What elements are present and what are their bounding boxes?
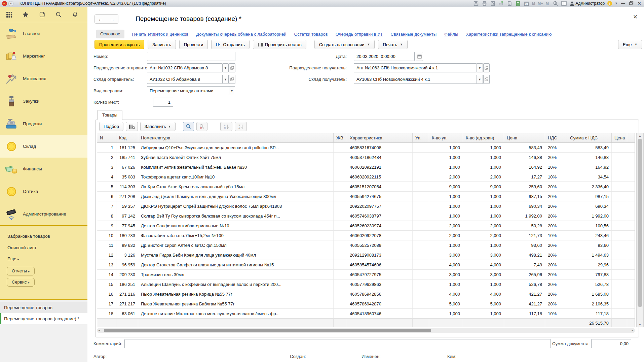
- column-header-4[interactable]: Характеристика: [347, 133, 413, 142]
- table-cell[interactable]: 2092129088173: [347, 250, 413, 260]
- receiver-department-dropdown-icon[interactable]: ▼: [477, 63, 483, 72]
- table-row[interactable]: 10180 733Фазостабил таб.п.п.о.75мг+15,2м…: [97, 231, 635, 240]
- sort-descending-button[interactable]: ЯА: [235, 122, 247, 131]
- table-cell[interactable]: [334, 153, 347, 162]
- table-cell[interactable]: 1,000: [463, 201, 504, 211]
- table-cell[interactable]: [334, 143, 347, 152]
- table-cell[interactable]: 2,000: [429, 172, 463, 182]
- table-cell[interactable]: [612, 289, 627, 299]
- table-cell[interactable]: 20%: [545, 201, 567, 211]
- split-view-icon[interactable]: [561, 1, 567, 6]
- sidebar-command-opisnoy-list[interactable]: Описной лист: [0, 242, 87, 254]
- table-cell[interactable]: 97 142: [116, 211, 138, 221]
- sender-department-open-icon[interactable]: [229, 63, 235, 72]
- table-cell[interactable]: [334, 211, 347, 221]
- table-cell[interactable]: Джек энд Джилл Шампунь и гель для душа У…: [138, 192, 334, 201]
- table-cell[interactable]: 1 685,08: [567, 289, 612, 299]
- table-cell[interactable]: Деттол Салфетки антибактериальные №10: [138, 221, 334, 230]
- table-cell[interactable]: 5: [97, 182, 116, 191]
- table-cell[interactable]: [413, 260, 429, 269]
- sidebar-item-optika[interactable]: Оптика: [0, 180, 87, 203]
- table-cell[interactable]: 2: [97, 153, 116, 162]
- doc-icon[interactable]: [507, 1, 513, 6]
- scroll-down-icon[interactable]: ▼: [639, 322, 641, 327]
- table-cell[interactable]: 4605779629863: [347, 279, 413, 289]
- sozdat-na-osnovanii-button[interactable]: Создать на основании▼: [314, 40, 375, 49]
- sender-department-field[interactable]: Апт №1032 СПб Абрамова 8: [147, 63, 223, 72]
- calendar2-icon[interactable]: 31: [524, 1, 529, 6]
- table-cell[interactable]: 20%: [545, 270, 567, 279]
- table-cell[interactable]: 20%: [545, 260, 567, 269]
- table-cell[interactable]: Альпецин Шампунь с кофеином от выпадения…: [138, 279, 334, 289]
- open-window-item[interactable]: Перемещение товаров: [0, 302, 87, 313]
- table-cell[interactable]: Детское питание Малютка каша мол. сух. м…: [138, 309, 334, 318]
- table-cell[interactable]: 987,15: [504, 192, 545, 201]
- table-cell[interactable]: 20%: [545, 192, 567, 201]
- table-cell[interactable]: 3,000: [463, 250, 504, 260]
- table-cell[interactable]: 185 741: [116, 153, 138, 162]
- search-icon[interactable]: [55, 11, 62, 18]
- tab-osnovnoe[interactable]: Основное: [96, 30, 124, 38]
- table-cell[interactable]: [612, 221, 627, 230]
- barcode-scan-button[interactable]: [126, 122, 138, 131]
- table-cell[interactable]: 100,56: [567, 221, 612, 230]
- table-cell[interactable]: [334, 192, 347, 201]
- table-cell[interactable]: [334, 299, 347, 308]
- table-cell[interactable]: 20%: [545, 182, 567, 191]
- table-row[interactable]: 977 945Деттол Салфетки антибактериальные…: [97, 221, 635, 231]
- table-row[interactable]: 1396 959Доктор Столетов Салфетки влажные…: [97, 260, 635, 270]
- table-cell[interactable]: 4605371862484: [347, 153, 413, 162]
- table-cell[interactable]: 583,49: [567, 143, 612, 152]
- table-cell[interactable]: 4605418960746: [347, 309, 413, 318]
- table-row[interactable]: 16271 216Пьюр Жевательная резинка Корица…: [97, 289, 635, 299]
- table-cell[interactable]: 1,000: [463, 192, 504, 201]
- table-row[interactable]: 17271 217Пьюр Жевательная резинка Баблга…: [97, 299, 635, 309]
- table-cell[interactable]: 1,000: [429, 153, 463, 162]
- table-cell[interactable]: 1,000: [429, 162, 463, 172]
- table-cell[interactable]: 209 730: [116, 270, 138, 279]
- restore-icon[interactable]: [629, 1, 634, 6]
- table-cell[interactable]: [413, 299, 429, 308]
- table-cell[interactable]: 1,000: [429, 309, 463, 318]
- apps-grid-icon[interactable]: [5, 11, 13, 18]
- table-cell[interactable]: [413, 201, 429, 211]
- info-icon[interactable]: i: [607, 1, 612, 6]
- zoom-icon[interactable]: [553, 1, 559, 6]
- close-icon[interactable]: ✕: [632, 13, 639, 21]
- table-cell[interactable]: [413, 172, 429, 182]
- table-cell[interactable]: 583,49: [504, 143, 545, 152]
- table-cell[interactable]: Солгар Вэй Ту Гоу сыворотка белковая со …: [138, 211, 334, 221]
- table-cell[interactable]: 3,000: [429, 270, 463, 279]
- table-cell[interactable]: 77 945: [116, 221, 138, 230]
- table-cell[interactable]: 4,000: [429, 289, 463, 299]
- table-cell[interactable]: 1,000: [463, 162, 504, 172]
- table-cell[interactable]: 34,54: [567, 172, 612, 182]
- table-cell[interactable]: 186 251: [116, 279, 138, 289]
- table-cell[interactable]: 690,34: [567, 201, 612, 211]
- table-cell[interactable]: 114 303: [116, 182, 138, 191]
- table-cell[interactable]: 20%: [545, 240, 567, 250]
- table-cell[interactable]: [413, 221, 429, 230]
- table-cell[interactable]: [413, 182, 429, 191]
- table-cell[interactable]: 16: [97, 289, 116, 299]
- tab-link-2[interactable]: Документы очередь обмена с лабораторией: [196, 32, 286, 37]
- table-row[interactable]: 2185 741Зубная паста Колгейт Оптик Уайт …: [97, 153, 635, 162]
- table-cell[interactable]: 164,92: [567, 162, 612, 172]
- table-cell[interactable]: [334, 289, 347, 299]
- tab-link-1[interactable]: Печать этикеток и ценников: [132, 32, 189, 37]
- sidebar-item-zakupki[interactable]: Закупки: [0, 90, 87, 112]
- table-cell[interactable]: Др.Вистонг сироп Алтея с вит.С фл.150мл: [138, 240, 334, 250]
- table-cell[interactable]: 3: [97, 162, 116, 172]
- table-row[interactable]: 14209 730Травмизин гель 30мл460547972797…: [97, 270, 635, 279]
- table-cell[interactable]: 1,000: [463, 143, 504, 152]
- table-cell[interactable]: Пьюр Жевательная резинка Корица №55 77г: [138, 289, 334, 299]
- table-cell[interactable]: 3 126: [116, 250, 138, 260]
- cancel-search-button[interactable]: [196, 122, 207, 131]
- table-cell[interactable]: 4,000: [429, 260, 463, 269]
- table-cell[interactable]: [612, 143, 627, 152]
- table-cell[interactable]: 1,000: [429, 211, 463, 221]
- tab-link-4[interactable]: Очередь отправки в УТ: [336, 32, 383, 37]
- back-button[interactable]: ←: [94, 14, 107, 24]
- otpravit-button[interactable]: Отправить: [211, 40, 249, 49]
- table-cell[interactable]: 13: [97, 260, 116, 269]
